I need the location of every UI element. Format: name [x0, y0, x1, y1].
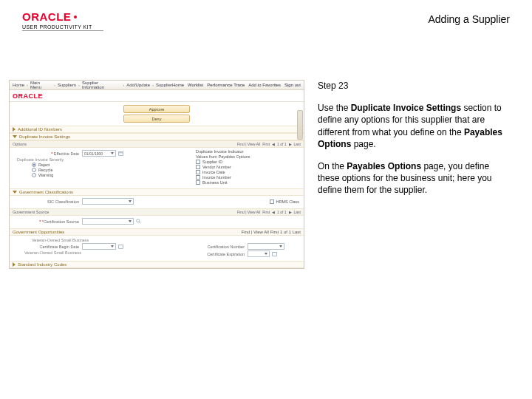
breadcrumb: Home› Main Menu› Suppliers› Supplier Inf… [13, 81, 172, 89]
severity-reject[interactable]: Reject [32, 163, 183, 167]
section-additional-id[interactable]: Additional ID Numbers [10, 126, 304, 133]
nav-first[interactable]: First [262, 210, 270, 214]
calendar-icon[interactable] [118, 151, 123, 156]
cert-source-select[interactable] [82, 218, 134, 225]
instruction-p2: On the Payables Options page, you define… [318, 160, 510, 197]
record-nav: Find | View All First ◀ 1 of 1 ▶ Last [237, 142, 301, 146]
dup-opt-vendor-num[interactable]: Vendor Number [196, 165, 299, 169]
nav-next-icon[interactable]: ▶ [289, 142, 292, 146]
page-title: Adding a Supplier [428, 13, 510, 25]
dup-opt-invoice-date[interactable]: Invoice Date [196, 170, 299, 174]
app-oracle-logo: ORACLE [13, 92, 43, 100]
effective-date-label: Effective Date [17, 151, 82, 156]
nav-next-icon[interactable]: ▶ [289, 210, 292, 214]
chevron-down-icon [13, 191, 17, 194]
nav-info: 1 of 1 [277, 142, 287, 146]
veteran-label: Veteran-Owned Small Business [17, 238, 183, 242]
section-label: Government Classifications [19, 190, 73, 194]
cert-exp-label: Certificate Expiration [196, 252, 248, 256]
cert-begin-field[interactable] [82, 243, 116, 250]
nav-info: 1 of 1 [280, 230, 291, 234]
oracle-word: ORACLE [22, 10, 71, 23]
find-viewall[interactable]: Find | View All [237, 210, 260, 214]
cert-begin-label: Certificate Begin Date [17, 245, 82, 249]
crumb[interactable]: Supplier [156, 83, 172, 87]
upk-subtitle: USER PRODUCTIVITY KIT [22, 24, 103, 30]
svg-rect-5 [273, 252, 277, 256]
govsource-label: Government Source [13, 210, 49, 214]
effective-date-field[interactable]: 01/01/1900 [82, 150, 116, 157]
top-menu: Home Worklist Performance Trace Add to F… [172, 83, 301, 87]
crumb[interactable]: Supplier Information [82, 81, 120, 89]
checkbox-icon [196, 175, 200, 180]
options-toolbar: Options Find | View All First ◀ 1 of 1 ▶… [10, 140, 304, 148]
dup-opt-supplier-id[interactable]: Supplier ID [196, 160, 299, 164]
section-duplicate-invoice[interactable]: Duplicate Invoice Settings [10, 133, 304, 140]
calendar-icon[interactable] [272, 251, 277, 256]
sic-class-select[interactable] [82, 198, 134, 205]
chevron-right-icon [13, 127, 16, 132]
nav-last[interactable]: Last [293, 230, 301, 234]
checkbox-icon [270, 200, 274, 204]
menu-signout[interactable]: Sign out [284, 83, 301, 87]
sic-class-label: SIC Classification [17, 200, 82, 204]
dup-indicator-title: Duplicate Invoice Indicator [196, 149, 299, 154]
calendar-icon[interactable] [118, 244, 123, 249]
instruction-panel: Step 23 Use the Duplicate Invoice Settin… [318, 80, 510, 269]
step-label: Step 23 [318, 80, 510, 92]
approve-button[interactable]: Approve [123, 105, 190, 113]
section-gov-oppo[interactable]: Government Opportunities Find | View All… [10, 228, 304, 236]
checkbox-icon [196, 170, 200, 174]
nav-last[interactable]: Last [294, 210, 301, 214]
options-label: Options [13, 142, 27, 146]
menu-fav[interactable]: Add to Favorites [248, 83, 281, 87]
svg-line-3 [139, 222, 140, 223]
section-label: Duplicate Invoice Settings [19, 134, 70, 139]
crumb[interactable]: Main Menu [30, 81, 52, 89]
cert-source-label: *Certification Source [17, 219, 82, 224]
menu-trace[interactable]: Performance Trace [207, 83, 245, 87]
oracle-dot-icon [74, 16, 77, 18]
oracle-logo: ORACLE [22, 10, 103, 23]
severity-warning[interactable]: Warning [32, 173, 183, 177]
dup-opt-bu[interactable]: Business Unit [196, 180, 299, 185]
app-topbar: Home› Main Menu› Suppliers› Supplier Inf… [10, 81, 304, 90]
section-sic[interactable]: Standard Industry Codes [10, 261, 304, 268]
severity-group-label: Duplicate Invoice Severity [17, 157, 183, 162]
find-link[interactable]: Find | View All [237, 142, 260, 146]
find-link[interactable]: Find | View All [241, 230, 268, 234]
crumb[interactable]: Suppliers [58, 83, 76, 87]
nav-info: 1 of 1 [277, 210, 287, 214]
cert-num-label: Certification Number [196, 245, 248, 249]
dup-opt-invoice-num[interactable]: Invoice Number [196, 175, 299, 180]
menu-home[interactable]: Home [172, 83, 184, 87]
nav-last[interactable]: Last [294, 142, 301, 146]
svg-rect-4 [119, 245, 123, 248]
app-brand-row: ORACLE [10, 90, 304, 102]
section-label: Additional ID Numbers [18, 127, 62, 132]
embedded-app: Home› Main Menu› Suppliers› Supplier Inf… [9, 80, 304, 269]
section-gov-class[interactable]: Government Classifications [10, 188, 304, 196]
logo-block: ORACLE USER PRODUCTIVITY KIT [22, 10, 103, 31]
chevron-right-icon [13, 262, 16, 267]
menu-worklist[interactable]: Worklist [188, 83, 203, 87]
nav-first[interactable]: First [270, 230, 279, 234]
govsource-toolbar: Government Source Find | View All First … [10, 208, 304, 216]
scrollbar-thumb[interactable] [297, 110, 303, 140]
hrms-class-check[interactable]: HRMS Class [270, 200, 299, 204]
nav-first[interactable]: First [262, 142, 270, 146]
crumb[interactable]: Add/Update [126, 83, 150, 87]
crumb[interactable]: Home [13, 83, 24, 87]
instruction-p1: Use the Duplicate Invoice Settings secti… [318, 102, 510, 150]
section-label: Standard Industry Codes [18, 262, 66, 267]
radio-off-icon [32, 173, 36, 177]
deny-button[interactable]: Deny [123, 115, 190, 123]
cert-exp-field[interactable] [248, 250, 270, 257]
lookup-icon[interactable] [136, 219, 141, 224]
radio-on-icon [32, 163, 36, 167]
nav-prev-icon[interactable]: ◀ [272, 210, 275, 214]
nav-prev-icon[interactable]: ◀ [272, 142, 275, 146]
severity-recycle[interactable]: Recycle [32, 168, 183, 172]
checkbox-icon [196, 180, 200, 185]
cert-num-field[interactable] [248, 243, 284, 250]
